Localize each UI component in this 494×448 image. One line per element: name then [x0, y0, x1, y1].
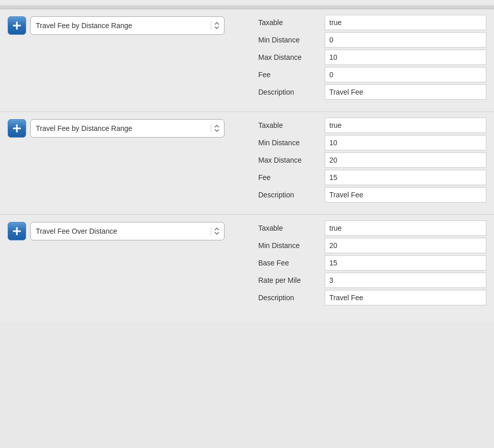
add-button-3[interactable]	[8, 222, 26, 240]
dropdown-2[interactable]: Travel Fee by Distance Range	[30, 119, 224, 138]
right-panel-1: Taxable true Min Distance 0 Max Distance…	[253, 14, 486, 101]
right-panel-3: Taxable true Min Distance 20 Base Fee 15…	[253, 220, 486, 307]
top-bar	[0, 5, 494, 9]
chevron-updown-icon-2	[214, 125, 219, 132]
field-row-1-min-distance: Min Distance 0	[253, 32, 486, 48]
field-row-3-min-distance: Min Distance 20	[253, 237, 486, 254]
svg-rect-3	[13, 128, 21, 129]
dropdown-2-label: Travel Fee by Distance Range	[36, 124, 208, 132]
field-value-2-max-distance[interactable]: 20	[325, 152, 486, 168]
left-panel-1: Travel Fee by Distance Range	[8, 14, 253, 35]
field-value-1-taxable[interactable]: true	[325, 15, 486, 30]
field-label-1-max-distance: Max Distance	[253, 49, 325, 65]
page-container: Travel Fee by Distance Range Taxable tru…	[0, 0, 494, 322]
fee-section-2: Travel Fee by Distance Range Taxable tru…	[0, 112, 494, 215]
field-label-3-base-fee: Base Fee	[253, 255, 325, 271]
chevron-updown-icon-1	[214, 22, 219, 29]
field-value-2-taxable[interactable]: true	[325, 118, 486, 133]
add-button-1[interactable]	[8, 16, 26, 35]
field-value-1-max-distance[interactable]: 10	[325, 50, 486, 65]
svg-rect-1	[13, 25, 21, 27]
field-row-3-rate-per-mile: Rate per Mile 3	[253, 272, 486, 288]
dropdown-1-arrow	[211, 21, 219, 30]
field-label-1-taxable: Taxable	[253, 14, 325, 31]
field-label-2-description: Description	[253, 187, 325, 203]
svg-rect-5	[13, 231, 21, 232]
field-label-1-fee: Fee	[253, 66, 325, 83]
field-row-1-taxable: Taxable true	[253, 14, 486, 31]
fee-section-1: Travel Fee by Distance Range Taxable tru…	[0, 9, 494, 112]
field-label-1-description: Description	[253, 84, 325, 100]
field-label-3-min-distance: Min Distance	[253, 237, 325, 254]
field-label-3-taxable: Taxable	[253, 220, 325, 236]
field-label-2-min-distance: Min Distance	[253, 135, 325, 151]
field-value-2-description[interactable]: Travel Fee	[325, 187, 486, 203]
field-row-2-taxable: Taxable true	[253, 117, 486, 133]
left-panel-3: Travel Fee Over Distance	[8, 220, 253, 240]
right-panel-2: Taxable true Min Distance 10 Max Distanc…	[253, 117, 486, 204]
field-row-2-max-distance: Max Distance 20	[253, 152, 486, 168]
field-value-3-taxable[interactable]: true	[325, 220, 486, 236]
field-value-3-description[interactable]: Travel Fee	[325, 290, 486, 305]
dropdown-3[interactable]: Travel Fee Over Distance	[30, 222, 224, 240]
field-label-3-rate-per-mile: Rate per Mile	[253, 272, 325, 288]
field-label-1-min-distance: Min Distance	[253, 32, 325, 48]
field-value-2-fee[interactable]: 15	[325, 170, 486, 185]
field-label-2-max-distance: Max Distance	[253, 152, 325, 168]
field-row-2-fee: Fee 15	[253, 169, 486, 186]
dropdown-3-arrow	[211, 227, 219, 235]
field-row-2-min-distance: Min Distance 10	[253, 135, 486, 151]
field-row-1-max-distance: Max Distance 10	[253, 49, 486, 65]
add-button-2[interactable]	[8, 119, 26, 138]
field-value-1-fee[interactable]: 0	[325, 67, 486, 82]
field-row-2-description: Description Travel Fee	[253, 187, 486, 203]
field-row-1-fee: Fee 0	[253, 66, 486, 83]
field-row-3-taxable: Taxable true	[253, 220, 486, 236]
dropdown-1-label: Travel Fee by Distance Range	[36, 21, 208, 30]
plus-icon-3	[12, 226, 22, 236]
plus-icon-2	[12, 123, 22, 133]
field-value-3-min-distance[interactable]: 20	[325, 238, 486, 253]
field-value-3-rate-per-mile[interactable]: 3	[325, 273, 486, 288]
field-value-1-description[interactable]: Travel Fee	[325, 84, 486, 100]
field-label-2-taxable: Taxable	[253, 117, 325, 133]
field-value-3-base-fee[interactable]: 15	[325, 255, 486, 271]
field-value-2-min-distance[interactable]: 10	[325, 135, 486, 150]
field-label-3-description: Description	[253, 289, 325, 306]
field-label-2-fee: Fee	[253, 169, 325, 186]
field-value-1-min-distance[interactable]: 0	[325, 32, 486, 48]
fee-section-3: Travel Fee Over Distance Taxable true Mi…	[0, 215, 494, 317]
field-row-1-description: Description Travel Fee	[253, 84, 486, 100]
field-row-3-description: Description Travel Fee	[253, 289, 486, 306]
field-row-3-base-fee: Base Fee 15	[253, 255, 486, 271]
dropdown-3-label: Travel Fee Over Distance	[36, 227, 208, 235]
left-panel-2: Travel Fee by Distance Range	[8, 117, 253, 138]
chevron-updown-icon-3	[214, 228, 219, 235]
dropdown-1[interactable]: Travel Fee by Distance Range	[30, 16, 224, 35]
dropdown-2-arrow	[211, 124, 219, 132]
plus-icon-1	[12, 20, 22, 31]
